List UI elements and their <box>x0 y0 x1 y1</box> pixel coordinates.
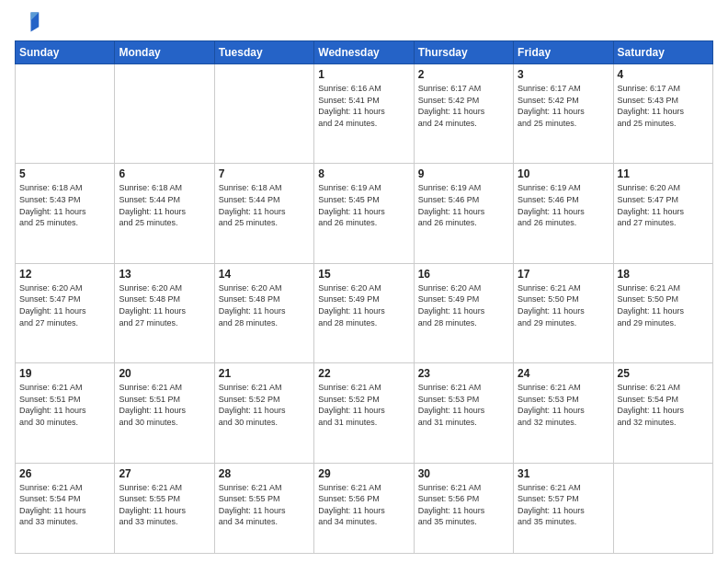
day-number: 5 <box>19 167 110 180</box>
header <box>15 9 713 35</box>
calendar-cell: 20Sunrise: 6:21 AMSunset: 5:51 PMDayligh… <box>115 363 214 463</box>
day-number: 6 <box>119 167 210 180</box>
calendar-cell: 3Sunrise: 6:17 AMSunset: 5:42 PMDaylight… <box>514 64 613 164</box>
logo-icon <box>15 9 40 35</box>
calendar-cell: 8Sunrise: 6:19 AMSunset: 5:45 PMDaylight… <box>314 164 414 263</box>
calendar-cell: 25Sunrise: 6:21 AMSunset: 5:54 PMDayligh… <box>613 363 712 463</box>
day-info: Sunrise: 6:19 AMSunset: 5:45 PMDaylight:… <box>318 182 409 228</box>
weekday-header-sunday: Sunday <box>16 41 115 64</box>
calendar-week-row: 5Sunrise: 6:18 AMSunset: 5:43 PMDaylight… <box>16 164 713 263</box>
day-info: Sunrise: 6:20 AMSunset: 5:47 PMDaylight:… <box>19 282 110 328</box>
calendar-cell: 19Sunrise: 6:21 AMSunset: 5:51 PMDayligh… <box>16 363 115 463</box>
day-info: Sunrise: 6:21 AMSunset: 5:54 PMDaylight:… <box>618 382 709 428</box>
calendar-table: SundayMondayTuesdayWednesdayThursdayFrid… <box>15 40 713 554</box>
calendar-cell: 24Sunrise: 6:21 AMSunset: 5:53 PMDayligh… <box>514 363 613 463</box>
day-number: 2 <box>418 68 509 81</box>
day-number: 31 <box>518 467 609 480</box>
calendar-cell <box>613 463 712 553</box>
calendar-cell: 6Sunrise: 6:18 AMSunset: 5:44 PMDaylight… <box>115 164 214 263</box>
day-info: Sunrise: 6:21 AMSunset: 5:55 PMDaylight:… <box>219 482 310 528</box>
calendar-cell: 18Sunrise: 6:21 AMSunset: 5:50 PMDayligh… <box>613 263 712 362</box>
day-info: Sunrise: 6:20 AMSunset: 5:49 PMDaylight:… <box>418 282 509 328</box>
day-info: Sunrise: 6:21 AMSunset: 5:52 PMDaylight:… <box>318 382 409 428</box>
day-info: Sunrise: 6:18 AMSunset: 5:43 PMDaylight:… <box>19 182 110 228</box>
day-number: 15 <box>318 268 409 281</box>
calendar-cell: 23Sunrise: 6:21 AMSunset: 5:53 PMDayligh… <box>414 363 513 463</box>
day-number: 29 <box>318 467 409 480</box>
day-info: Sunrise: 6:20 AMSunset: 5:48 PMDaylight:… <box>119 282 210 328</box>
day-info: Sunrise: 6:21 AMSunset: 5:53 PMDaylight:… <box>418 382 509 428</box>
calendar-cell: 5Sunrise: 6:18 AMSunset: 5:43 PMDaylight… <box>16 164 115 263</box>
day-info: Sunrise: 6:19 AMSunset: 5:46 PMDaylight:… <box>518 182 609 228</box>
day-number: 21 <box>219 367 310 380</box>
calendar-cell: 14Sunrise: 6:20 AMSunset: 5:48 PMDayligh… <box>214 263 313 362</box>
weekday-header-wednesday: Wednesday <box>314 41 414 64</box>
day-info: Sunrise: 6:21 AMSunset: 5:50 PMDaylight:… <box>518 282 609 328</box>
day-number: 7 <box>219 167 310 180</box>
day-number: 16 <box>418 268 509 281</box>
day-info: Sunrise: 6:21 AMSunset: 5:53 PMDaylight:… <box>518 382 609 428</box>
weekday-header-friday: Friday <box>514 41 613 64</box>
day-info: Sunrise: 6:21 AMSunset: 5:55 PMDaylight:… <box>119 482 210 528</box>
calendar-cell: 12Sunrise: 6:20 AMSunset: 5:47 PMDayligh… <box>16 263 115 362</box>
day-info: Sunrise: 6:17 AMSunset: 5:42 PMDaylight:… <box>518 83 609 129</box>
logo <box>15 9 44 35</box>
calendar-cell: 21Sunrise: 6:21 AMSunset: 5:52 PMDayligh… <box>214 363 313 463</box>
calendar-cell: 13Sunrise: 6:20 AMSunset: 5:48 PMDayligh… <box>115 263 214 362</box>
day-info: Sunrise: 6:18 AMSunset: 5:44 PMDaylight:… <box>119 182 210 228</box>
calendar-week-row: 26Sunrise: 6:21 AMSunset: 5:54 PMDayligh… <box>16 463 713 553</box>
day-number: 23 <box>418 367 509 380</box>
calendar-cell: 28Sunrise: 6:21 AMSunset: 5:55 PMDayligh… <box>214 463 313 553</box>
day-number: 20 <box>119 367 210 380</box>
day-number: 1 <box>318 68 409 81</box>
calendar-cell: 7Sunrise: 6:18 AMSunset: 5:44 PMDaylight… <box>214 164 313 263</box>
calendar-cell: 10Sunrise: 6:19 AMSunset: 5:46 PMDayligh… <box>514 164 613 263</box>
day-info: Sunrise: 6:19 AMSunset: 5:46 PMDaylight:… <box>418 182 509 228</box>
day-number: 10 <box>518 167 609 180</box>
day-info: Sunrise: 6:21 AMSunset: 5:56 PMDaylight:… <box>418 482 509 528</box>
day-number: 24 <box>518 367 609 380</box>
weekday-header-saturday: Saturday <box>613 41 712 64</box>
day-number: 19 <box>19 367 110 380</box>
weekday-header-thursday: Thursday <box>414 41 513 64</box>
calendar-cell <box>115 64 214 164</box>
day-info: Sunrise: 6:17 AMSunset: 5:43 PMDaylight:… <box>618 83 709 129</box>
calendar-cell: 1Sunrise: 6:16 AMSunset: 5:41 PMDaylight… <box>314 64 414 164</box>
calendar-cell: 31Sunrise: 6:21 AMSunset: 5:57 PMDayligh… <box>514 463 613 553</box>
day-info: Sunrise: 6:20 AMSunset: 5:48 PMDaylight:… <box>219 282 310 328</box>
calendar-cell: 22Sunrise: 6:21 AMSunset: 5:52 PMDayligh… <box>314 363 414 463</box>
calendar-cell: 30Sunrise: 6:21 AMSunset: 5:56 PMDayligh… <box>414 463 513 553</box>
calendar-cell: 26Sunrise: 6:21 AMSunset: 5:54 PMDayligh… <box>16 463 115 553</box>
day-number: 4 <box>618 68 709 81</box>
calendar-cell: 16Sunrise: 6:20 AMSunset: 5:49 PMDayligh… <box>414 263 513 362</box>
day-number: 27 <box>119 467 210 480</box>
day-info: Sunrise: 6:20 AMSunset: 5:47 PMDaylight:… <box>618 182 709 228</box>
weekday-header-monday: Monday <box>115 41 214 64</box>
day-info: Sunrise: 6:18 AMSunset: 5:44 PMDaylight:… <box>219 182 310 228</box>
day-number: 22 <box>318 367 409 380</box>
day-number: 13 <box>119 268 210 281</box>
day-number: 12 <box>19 268 110 281</box>
calendar-cell: 11Sunrise: 6:20 AMSunset: 5:47 PMDayligh… <box>613 164 712 263</box>
day-info: Sunrise: 6:21 AMSunset: 5:54 PMDaylight:… <box>19 482 110 528</box>
calendar-cell: 17Sunrise: 6:21 AMSunset: 5:50 PMDayligh… <box>514 263 613 362</box>
day-info: Sunrise: 6:20 AMSunset: 5:49 PMDaylight:… <box>318 282 409 328</box>
day-number: 8 <box>318 167 409 180</box>
day-number: 17 <box>518 268 609 281</box>
calendar-cell: 15Sunrise: 6:20 AMSunset: 5:49 PMDayligh… <box>314 263 414 362</box>
day-number: 28 <box>219 467 310 480</box>
day-info: Sunrise: 6:17 AMSunset: 5:42 PMDaylight:… <box>418 83 509 129</box>
day-info: Sunrise: 6:21 AMSunset: 5:57 PMDaylight:… <box>518 482 609 528</box>
day-info: Sunrise: 6:21 AMSunset: 5:52 PMDaylight:… <box>219 382 310 428</box>
day-info: Sunrise: 6:21 AMSunset: 5:51 PMDaylight:… <box>19 382 110 428</box>
weekday-header-tuesday: Tuesday <box>214 41 313 64</box>
calendar-week-row: 12Sunrise: 6:20 AMSunset: 5:47 PMDayligh… <box>16 263 713 362</box>
day-number: 14 <box>219 268 310 281</box>
calendar-cell: 2Sunrise: 6:17 AMSunset: 5:42 PMDaylight… <box>414 64 513 164</box>
calendar-cell: 27Sunrise: 6:21 AMSunset: 5:55 PMDayligh… <box>115 463 214 553</box>
day-number: 9 <box>418 167 509 180</box>
day-number: 26 <box>19 467 110 480</box>
calendar-page: SundayMondayTuesdayWednesdayThursdayFrid… <box>0 0 728 563</box>
day-info: Sunrise: 6:21 AMSunset: 5:56 PMDaylight:… <box>318 482 409 528</box>
day-number: 3 <box>518 68 609 81</box>
